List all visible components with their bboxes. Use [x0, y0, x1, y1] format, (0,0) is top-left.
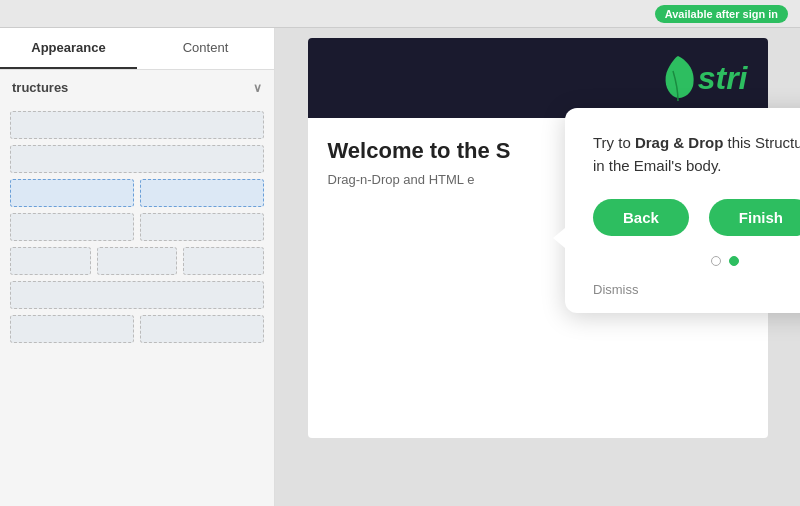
struct-block[interactable] [10, 111, 264, 139]
struct-row-2 [10, 145, 264, 173]
struct-block[interactable] [10, 145, 264, 173]
tooltip-popup: Try to Drag & Drop this Structure in the… [565, 108, 800, 313]
logo-icon [658, 51, 698, 106]
top-bar: Available after sign in [0, 0, 800, 28]
struct-block[interactable] [183, 247, 264, 275]
struct-row-6 [10, 281, 264, 309]
struct-block[interactable] [10, 315, 134, 343]
struct-row-5 [10, 247, 264, 275]
back-button[interactable]: Back [593, 199, 689, 236]
dismiss-button[interactable]: Dismiss [593, 282, 800, 297]
struct-block[interactable] [10, 213, 134, 241]
dot-1 [711, 256, 721, 266]
chevron-down-icon[interactable]: ∨ [253, 81, 262, 95]
struct-row-3 [10, 179, 264, 207]
struct-block[interactable] [10, 247, 91, 275]
pagination-dots [593, 256, 800, 266]
main-layout: Appearance Content tructures ∨ [0, 28, 800, 506]
struct-block[interactable] [10, 281, 264, 309]
struct-row-4 [10, 213, 264, 241]
structures-grid [0, 105, 274, 349]
struct-block-selected[interactable] [140, 179, 264, 207]
struct-block-selected[interactable] [10, 179, 134, 207]
tooltip-buttons: Back Finish [593, 199, 800, 236]
email-logo-text: stri [698, 60, 748, 97]
struct-row-1 [10, 111, 264, 139]
struct-block[interactable] [140, 315, 264, 343]
sidebar-tabs: Appearance Content [0, 28, 274, 70]
struct-block[interactable] [140, 213, 264, 241]
tab-appearance[interactable]: Appearance [0, 28, 137, 69]
structures-header: tructures ∨ [0, 70, 274, 105]
struct-block[interactable] [97, 247, 178, 275]
tooltip-text: Try to Drag & Drop this Structure in the… [593, 132, 800, 177]
dot-2 [729, 256, 739, 266]
structures-title: tructures [12, 80, 68, 95]
email-header: stri [308, 38, 768, 118]
content-area: stri Price Welcome to the S Drag-n-Drop … [275, 28, 800, 506]
finish-button[interactable]: Finish [709, 199, 800, 236]
sidebar: Appearance Content tructures ∨ [0, 28, 275, 506]
struct-row-7 [10, 315, 264, 343]
available-badge: Available after sign in [655, 5, 788, 23]
tab-content[interactable]: Content [137, 28, 274, 69]
